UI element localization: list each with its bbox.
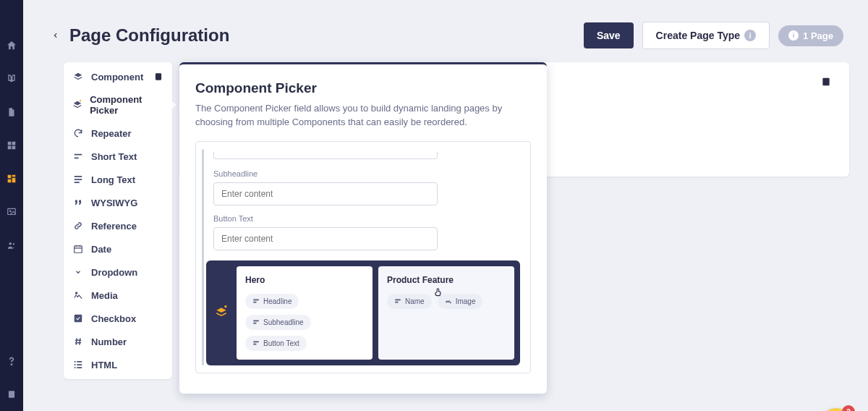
picker-description: The Component Picker field allows you to… xyxy=(195,102,514,130)
field-media[interactable]: Media xyxy=(64,284,172,307)
users-icon[interactable] xyxy=(5,239,18,252)
component-card-product-feature[interactable]: Product Feature Name Image xyxy=(378,266,514,360)
svg-point-5 xyxy=(9,211,11,212)
field-label: WYSIWYG xyxy=(91,198,137,208)
field-long-text[interactable]: Long Text xyxy=(64,168,172,191)
page-header: Page Configuration Save Create Page Type… xyxy=(23,0,868,61)
picker-title: Component Picker xyxy=(195,80,531,96)
component-card-hero[interactable]: Hero Headline Subheadline Button Text xyxy=(237,266,373,360)
subheadline-input[interactable] xyxy=(213,182,438,206)
list-icon xyxy=(72,359,84,370)
truncated-input[interactable] xyxy=(213,152,438,159)
field-html[interactable]: HTML xyxy=(64,353,172,376)
info-icon: i xyxy=(744,30,756,41)
info-dot-icon: i xyxy=(788,30,799,41)
svg-rect-13 xyxy=(75,315,82,323)
component-fields: Name Image xyxy=(387,294,506,309)
chat-badge: 2 xyxy=(842,405,855,411)
save-button[interactable]: Save xyxy=(584,22,634,48)
field-label: Component Picker xyxy=(90,94,163,116)
field-pill: Name xyxy=(387,294,432,309)
chevron-down-icon xyxy=(72,266,84,278)
svg-rect-1 xyxy=(12,142,16,145)
field-label: Reference xyxy=(91,221,137,232)
picker-body: Subheadline Button Text Hero xyxy=(195,141,531,373)
editor-column: SEO seo Component Picker The Component P… xyxy=(179,62,849,411)
field-label: Component xyxy=(91,72,143,82)
field-label: Repeater xyxy=(91,128,132,139)
book-icon[interactable] xyxy=(5,388,18,401)
field-group-subheadline: Subheadline xyxy=(213,169,513,206)
long-text-icon xyxy=(72,174,84,185)
blog-icon[interactable] xyxy=(5,72,18,85)
field-label: Button Text xyxy=(213,214,513,223)
field-label: Number xyxy=(91,336,127,347)
field-number[interactable]: Number xyxy=(64,330,172,353)
calendar-icon xyxy=(72,243,84,255)
left-nav-rail xyxy=(0,0,23,411)
field-label: Date xyxy=(91,244,111,255)
field-date[interactable]: Date xyxy=(64,237,172,260)
page-title: Page Configuration xyxy=(69,25,584,46)
home-icon[interactable] xyxy=(5,39,18,52)
field-label: Dropdown xyxy=(91,267,137,278)
svg-point-6 xyxy=(9,242,12,245)
field-pill: Subheadline xyxy=(245,315,311,330)
field-label: Short Text xyxy=(91,151,137,162)
field-label: Long Text xyxy=(91,174,135,185)
field-pill: Headline xyxy=(245,294,299,309)
field-label: Checkbox xyxy=(91,313,136,324)
svg-rect-3 xyxy=(12,146,16,150)
grid-icon[interactable] xyxy=(5,139,18,152)
field-reference[interactable]: Reference xyxy=(64,214,172,237)
blocks-icon[interactable] xyxy=(5,172,18,185)
page-count-badge[interactable]: i 1 Page xyxy=(778,25,843,46)
quote-icon xyxy=(72,197,84,208)
checkbox-icon xyxy=(72,313,84,324)
link-icon xyxy=(72,220,84,232)
svg-rect-14 xyxy=(822,78,829,86)
svg-rect-2 xyxy=(8,146,12,150)
component-fields: Headline Subheadline Button Text xyxy=(245,294,364,351)
svg-point-12 xyxy=(76,292,77,294)
short-text-icon xyxy=(72,151,84,162)
component-chooser: Hero Headline Subheadline Button Text Pr… xyxy=(206,260,520,365)
field-pill: Button Text xyxy=(245,336,307,351)
image-icon[interactable] xyxy=(5,206,18,219)
field-group-button-text: Button Text xyxy=(213,214,513,250)
field-component[interactable]: Component xyxy=(64,65,172,88)
page-count-label: 1 Page xyxy=(803,30,833,41)
field-short-text[interactable]: Short Text xyxy=(64,145,172,168)
field-label: HTML xyxy=(91,360,117,370)
field-wysiwyg[interactable]: WYSIWYG xyxy=(64,191,172,214)
page: Page Configuration Save Create Page Type… xyxy=(23,0,868,411)
field-dropdown[interactable]: Dropdown xyxy=(64,260,172,284)
back-button[interactable] xyxy=(48,27,64,43)
workarea: Component Component Picker Repeater Shor… xyxy=(64,62,849,411)
add-component-icon[interactable] xyxy=(212,266,231,360)
svg-rect-11 xyxy=(75,246,82,253)
svg-rect-10 xyxy=(156,73,161,80)
layers-icon xyxy=(72,71,84,82)
file-icon[interactable] xyxy=(5,106,18,119)
header-actions: Save Create Page Type i i 1 Page xyxy=(584,22,843,49)
create-page-type-label: Create Page Type xyxy=(656,30,740,41)
book-icon[interactable] xyxy=(820,76,832,88)
button-text-input[interactable] xyxy=(213,227,438,250)
field-repeater[interactable]: Repeater xyxy=(64,122,172,145)
component-picker-panel: Component Picker The Component Picker fi… xyxy=(179,62,547,394)
svg-rect-0 xyxy=(8,142,12,145)
field-checkbox[interactable]: Checkbox xyxy=(64,307,172,330)
create-page-type-button[interactable]: Create Page Type i xyxy=(642,22,770,49)
component-name: Product Feature xyxy=(387,275,506,285)
field-label: Subheadline xyxy=(213,169,513,178)
field-component-picker[interactable]: Component Picker xyxy=(64,88,172,122)
field-label: Media xyxy=(91,290,118,301)
book-small-icon xyxy=(153,72,163,82)
help-icon[interactable] xyxy=(5,355,18,368)
media-icon xyxy=(72,289,84,301)
hash-icon xyxy=(72,336,84,347)
layers-plus-icon xyxy=(72,99,82,111)
field-types-panel: Component Component Picker Repeater Shor… xyxy=(64,62,172,379)
field-pill: Image xyxy=(438,294,483,309)
